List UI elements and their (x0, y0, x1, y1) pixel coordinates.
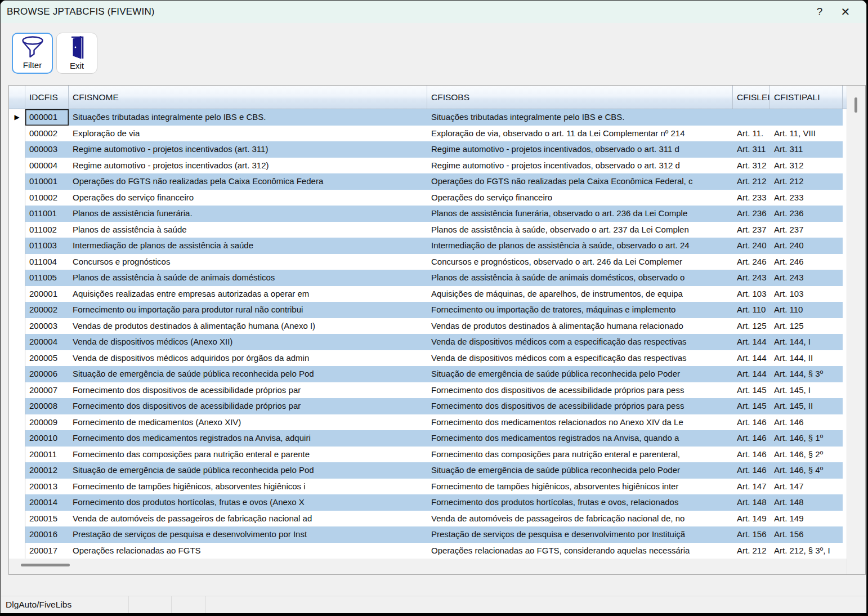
cell-cfislei[interactable]: Art. 240 (733, 238, 770, 254)
cell-idcfis[interactable]: 200013 (25, 479, 69, 495)
cell-idcfis[interactable]: 200007 (25, 382, 69, 399)
cell-cfisnome[interactable]: Situação de emergência de saúde pública … (69, 366, 427, 382)
cell-cfislei[interactable]: Art. 156 (733, 526, 770, 543)
cell-cfislei[interactable]: Art. 149 (733, 511, 770, 527)
cell-cfistipali[interactable]: Art. 148 (770, 494, 843, 511)
cell-cfisobs[interactable]: Prestação de serviços de pesquisa e dese… (427, 526, 733, 543)
cell-cfistipali[interactable]: Art. 146, § 4º (770, 462, 843, 479)
cell-idcfis[interactable]: 200004 (25, 334, 69, 350)
cell-idcfis[interactable]: 200016 (25, 526, 69, 543)
cell-cfisobs[interactable]: Venda de dispositivos médicos com a espe… (427, 350, 733, 367)
row-selector-cell[interactable] (9, 238, 25, 254)
help-button[interactable]: ? (807, 1, 833, 23)
cell-cfislei[interactable]: Art. 146 (733, 414, 770, 431)
cell-idcfis[interactable]: 010001 (25, 173, 69, 190)
cell-idcfis[interactable]: 011005 (25, 270, 69, 286)
cell-cfisobs[interactable]: Fornecimento dos dispositivos de acessib… (427, 398, 733, 414)
table-row[interactable]: 010001Operações do FGTS não realizadas p… (9, 173, 847, 190)
table-row[interactable]: 200001Aquisições realizadas entre empres… (9, 286, 847, 302)
cell-cfisnome[interactable]: Operações do serviço financeiro (69, 190, 427, 206)
cell-cfistipali[interactable]: Art. 146, § 2º (770, 447, 843, 463)
cell-cfisnome[interactable]: Operações do FGTS não realizadas pela Ca… (69, 173, 427, 190)
row-selector-cell[interactable] (9, 334, 25, 350)
cell-cfisobs[interactable]: Fornecimento dos medicamentos relacionad… (427, 414, 733, 431)
row-selector-cell[interactable]: ▶ (9, 109, 25, 126)
cell-cfisnome[interactable]: Prestação de serviços de pesquisa e dese… (69, 526, 427, 543)
cell-idcfis[interactable]: 200003 (25, 318, 69, 334)
cell-cfisobs[interactable]: Operações relacionadas ao FGTS, consider… (427, 543, 733, 559)
cell-cfislei[interactable]: Art. 144 (733, 334, 770, 350)
table-row[interactable]: 011005Planos de assistência à saúde de a… (9, 270, 847, 286)
table-row[interactable]: 200007Fornecimento dos dispositivos de a… (9, 382, 847, 399)
cell-cfisobs[interactable]: Vendas de produtos destinados à alimenta… (427, 318, 733, 334)
row-selector-cell[interactable] (9, 494, 25, 511)
cell-cfisobs[interactable]: Planos de assistência funerária, observa… (427, 206, 733, 222)
cell-cfislei[interactable]: Art. 237 (733, 222, 770, 238)
cell-cfislei[interactable] (733, 109, 770, 126)
table-row[interactable]: 011004Concursos e prognósticosConcursos … (9, 254, 847, 270)
cell-cfistipali[interactable]: Art. 149 (770, 511, 843, 527)
column-header-cfisobs[interactable]: CFISOBS (427, 86, 733, 109)
cell-cfisnome[interactable]: Vendas de produtos destinados à alimenta… (69, 318, 427, 334)
table-row[interactable]: 200010Fornecimento dos medicamentos regi… (9, 430, 847, 447)
row-selector-cell[interactable] (9, 141, 25, 158)
cell-idcfis[interactable]: 000003 (25, 141, 69, 158)
cell-cfisnome[interactable]: Situações tributadas integralmente pelo … (69, 109, 427, 126)
cell-cfistipali[interactable]: Art. 146, § 1º (770, 430, 843, 447)
cell-idcfis[interactable]: 011003 (25, 238, 69, 254)
cell-cfisnome[interactable]: Fornecimento dos dispositivos de acessib… (69, 398, 427, 414)
cell-cfisobs[interactable]: Intermediação de planos de assistência à… (427, 238, 733, 254)
cell-cfisnome[interactable]: Regime automotivo - projetos incentivado… (69, 158, 427, 174)
table-row[interactable]: 200011Fornecimento das composições para … (9, 447, 847, 463)
horizontal-scrollbar-thumb[interactable] (21, 564, 70, 566)
table-row[interactable]: 000002Exploração de viaExploração de via… (9, 126, 847, 142)
cell-idcfis[interactable]: 011001 (25, 206, 69, 222)
cell-cfistipali[interactable]: Art. 243 (770, 270, 843, 286)
cell-cfisobs[interactable]: Aquisições de máquinas, de aparelhos, de… (427, 286, 733, 302)
cell-cfislei[interactable]: Art. 246 (733, 254, 770, 270)
cell-cfisobs[interactable]: Situação de emergência de saúde pública … (427, 366, 733, 382)
row-selector-cell[interactable] (9, 543, 25, 559)
cell-cfislei[interactable]: Art. 312 (733, 158, 770, 174)
cell-cfistipali[interactable]: Art. 233 (770, 190, 843, 206)
cell-cfislei[interactable]: Art. 144 (733, 366, 770, 382)
cell-idcfis[interactable]: 000004 (25, 158, 69, 174)
row-selector-cell[interactable] (9, 270, 25, 286)
cell-cfisnome[interactable]: Fornecimento dos dispositivos de acessib… (69, 382, 427, 399)
table-row[interactable]: 000004Regime automotivo - projetos incen… (9, 158, 847, 174)
column-header-cfisnome[interactable]: CFISNOME (69, 86, 427, 109)
cell-idcfis[interactable]: 011004 (25, 254, 69, 270)
cell-cfislei[interactable]: Art. 145 (733, 398, 770, 414)
cell-cfistipali[interactable]: Art. 312 (770, 158, 843, 174)
cell-cfistipali[interactable]: Art. 237 (770, 222, 843, 238)
row-selector-cell[interactable] (9, 222, 25, 238)
vertical-scrollbar-thumb[interactable] (854, 97, 857, 113)
cell-cfisnome[interactable]: Planos de assistência à saúde (69, 222, 427, 238)
row-selector-cell[interactable] (9, 302, 25, 318)
cell-idcfis[interactable]: 200015 (25, 511, 69, 527)
cell-cfisobs[interactable]: Planos de assistência à saúde, observado… (427, 222, 733, 238)
cell-cfisnome[interactable]: Fornecimento ou importação para produtor… (69, 302, 427, 318)
cell-idcfis[interactable]: 011002 (25, 222, 69, 238)
row-selector-cell[interactable] (9, 286, 25, 302)
vertical-scrollbar[interactable] (847, 86, 865, 574)
cell-idcfis[interactable]: 010002 (25, 190, 69, 206)
cell-cfistipali[interactable] (770, 109, 843, 126)
cell-idcfis[interactable]: 200008 (25, 398, 69, 414)
cell-cfisobs[interactable]: Operações do FGTS não realizadas pela Ca… (427, 173, 733, 190)
row-selector-cell[interactable] (9, 526, 25, 543)
cell-idcfis[interactable]: 200001 (25, 286, 69, 302)
cell-cfisnome[interactable]: Fornecimento de medicamentos (Anexo XIV) (69, 414, 427, 431)
row-selector-cell[interactable] (9, 414, 25, 431)
cell-cfistipali[interactable]: Art. 146 (770, 414, 843, 431)
cell-cfistipali[interactable]: Art. 212, § 3º, I (770, 543, 843, 559)
table-row[interactable]: 000003Regime automotivo - projetos incen… (9, 141, 847, 158)
cell-cfislei[interactable]: Art. 146 (733, 447, 770, 463)
row-selector-cell[interactable] (9, 398, 25, 414)
cell-cfistipali[interactable]: Art. 236 (770, 206, 843, 222)
row-selector-cell[interactable] (9, 206, 25, 222)
cell-idcfis[interactable]: 200006 (25, 366, 69, 382)
cell-idcfis[interactable]: 200017 (25, 543, 69, 559)
table-row[interactable]: 200017Operações relacionadas ao FGTSOper… (9, 543, 847, 559)
cell-cfislei[interactable]: Art. 311 (733, 141, 770, 158)
